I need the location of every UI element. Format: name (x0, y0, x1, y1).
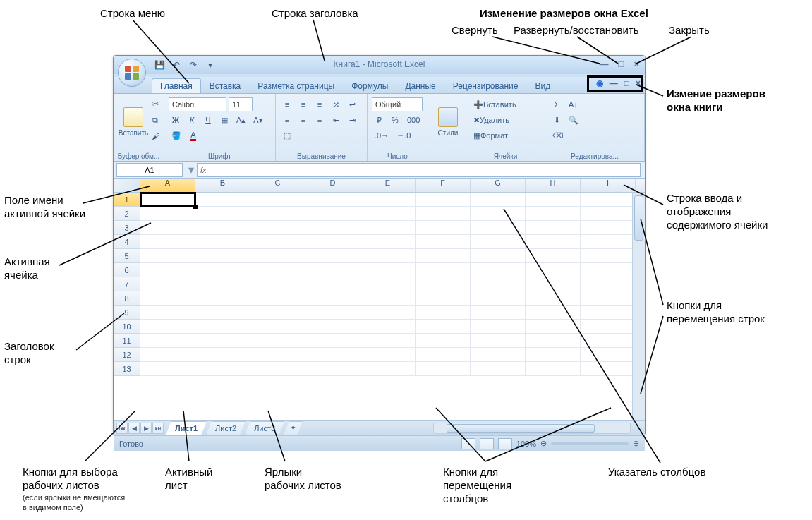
fill-color-button[interactable]: 🪣 (169, 128, 184, 143)
view-normal-button[interactable] (461, 438, 475, 449)
sheet-tab-3[interactable]: Лист3 (245, 421, 284, 435)
italic-button[interactable]: К (185, 113, 199, 127)
book-close-button[interactable]: × (636, 78, 641, 88)
help-icon[interactable]: ◉ (596, 78, 603, 88)
zoom-out-button[interactable]: ⊖ (540, 439, 547, 448)
sort-filter-icon[interactable]: A↓ (566, 97, 581, 111)
sheet-nav-next[interactable]: ▶ (140, 423, 152, 434)
row-header-6[interactable]: 6 (114, 263, 140, 277)
row-header-7[interactable]: 7 (114, 277, 140, 291)
merge-cells-icon[interactable]: ⬚ (280, 128, 294, 143)
col-header-a[interactable]: A (140, 179, 195, 192)
autosum-icon[interactable]: Σ (550, 97, 564, 111)
sheet-nav-prev[interactable]: ◀ (128, 423, 140, 434)
percent-icon[interactable]: % (388, 113, 402, 127)
app-minimize-button[interactable]: — (600, 59, 609, 69)
sheet-tab-2[interactable]: Лист2 (206, 421, 246, 435)
paste-button[interactable]: Вставить (118, 97, 149, 147)
cut-icon[interactable]: ✂ (148, 97, 162, 111)
save-icon[interactable]: 💾 (153, 59, 166, 71)
redo-icon[interactable]: ↷ (187, 59, 200, 71)
col-header-e[interactable]: E (360, 179, 416, 192)
row-header-8[interactable]: 8 (114, 291, 140, 306)
row-header-3[interactable]: 3 (114, 221, 140, 235)
number-format-combo[interactable]: Общий (372, 97, 423, 111)
office-button[interactable] (118, 59, 146, 87)
active-cell[interactable] (140, 193, 195, 207)
align-center-icon[interactable]: ≡ (296, 113, 310, 127)
font-color-button[interactable]: A (186, 128, 200, 143)
formula-input[interactable]: fx (197, 163, 641, 177)
tab-review[interactable]: Рецензирование (444, 78, 527, 93)
wrap-text-icon[interactable]: ↩ (345, 97, 359, 111)
vertical-scrollbar[interactable] (632, 193, 645, 420)
col-header-f[interactable]: F (416, 179, 471, 192)
tab-insert[interactable]: Вставка (201, 78, 250, 93)
zoom-in-button[interactable]: ⊕ (633, 439, 639, 448)
horizontal-scrollbar[interactable] (433, 423, 631, 434)
col-header-b[interactable]: B (195, 179, 250, 192)
app-maximize-button[interactable]: □ (619, 59, 624, 69)
row-header-9[interactable]: 9 (114, 306, 140, 320)
styles-button[interactable]: Стили (432, 97, 463, 147)
row-header-5[interactable]: 5 (114, 249, 140, 263)
cells-insert-button[interactable]: ➕ Вставить (471, 97, 519, 111)
indent-inc-icon[interactable]: ⇥ (345, 113, 359, 127)
sheet-tab-1[interactable]: Лист1 (166, 421, 207, 435)
cells-delete-button[interactable]: ✖ Удалить (471, 113, 512, 127)
inc-decimal-icon[interactable]: .0→ (372, 128, 392, 143)
comma-icon[interactable]: 000 (404, 113, 423, 127)
row-header-2[interactable]: 2 (114, 207, 140, 221)
bold-button[interactable]: Ж (169, 113, 183, 127)
tab-home[interactable]: Главная (152, 78, 201, 93)
zoom-slider[interactable] (551, 442, 629, 445)
align-top-icon[interactable]: ≡ (280, 97, 294, 111)
indent-dec-icon[interactable]: ⇤ (329, 113, 343, 127)
copy-icon[interactable]: ⧉ (148, 113, 162, 127)
undo-icon[interactable]: ↶ (170, 59, 183, 71)
app-close-button[interactable]: × (634, 59, 639, 69)
col-header-i[interactable]: I (581, 179, 636, 192)
tab-view[interactable]: Вид (526, 78, 559, 93)
cells-grid[interactable] (140, 193, 645, 376)
select-all-corner[interactable] (114, 179, 140, 192)
underline-button[interactable]: Ч (201, 113, 215, 127)
orientation-icon[interactable]: ⤭ (329, 97, 343, 111)
col-header-c[interactable]: C (250, 179, 305, 192)
sheet-nav-last[interactable]: ⏭ (152, 423, 164, 434)
find-icon[interactable]: 🔍 (566, 113, 581, 127)
book-minimize-button[interactable]: — (610, 78, 618, 88)
row-header-13[interactable]: 13 (114, 362, 140, 376)
sheet-nav-first[interactable]: ⏮ (116, 423, 128, 434)
cells-format-button[interactable]: ▦ Формат (471, 128, 511, 143)
align-right-icon[interactable]: ≡ (313, 113, 327, 127)
col-header-g[interactable]: G (471, 179, 526, 192)
view-break-button[interactable] (498, 438, 512, 449)
dropdown-icon[interactable]: ▾ (188, 163, 194, 176)
tab-data[interactable]: Данные (396, 78, 444, 93)
tab-formulas[interactable]: Формулы (343, 78, 396, 93)
tab-layout[interactable]: Разметка страницы (249, 78, 343, 93)
currency-icon[interactable]: ₽ (372, 113, 386, 127)
fill-icon[interactable]: ⬇ (550, 113, 564, 127)
book-maximize-button[interactable]: □ (624, 78, 629, 88)
clear-icon[interactable]: ⌫ (550, 128, 566, 143)
row-header-1[interactable]: 1 (114, 193, 140, 207)
view-layout-button[interactable] (480, 438, 494, 449)
border-button[interactable]: ▦ (217, 113, 231, 127)
grow-font-icon[interactable]: A▴ (234, 113, 248, 127)
qat-dropdown-icon[interactable]: ▾ (204, 59, 217, 71)
format-painter-icon[interactable]: 🖌 (148, 129, 162, 143)
col-header-d[interactable]: D (305, 179, 360, 192)
name-box[interactable]: A1 (116, 163, 183, 177)
font-name-combo[interactable]: Calibri (169, 97, 226, 111)
dec-decimal-icon[interactable]: ←.0 (394, 128, 413, 143)
row-header-11[interactable]: 11 (114, 334, 140, 348)
font-size-combo[interactable]: 11 (229, 97, 253, 111)
align-bottom-icon[interactable]: ≡ (313, 97, 327, 111)
col-header-h[interactable]: H (526, 179, 581, 192)
new-sheet-button[interactable]: ✦ (284, 421, 303, 435)
row-header-12[interactable]: 12 (114, 348, 140, 362)
shrink-font-icon[interactable]: A▾ (250, 113, 265, 127)
align-middle-icon[interactable]: ≡ (296, 97, 310, 111)
